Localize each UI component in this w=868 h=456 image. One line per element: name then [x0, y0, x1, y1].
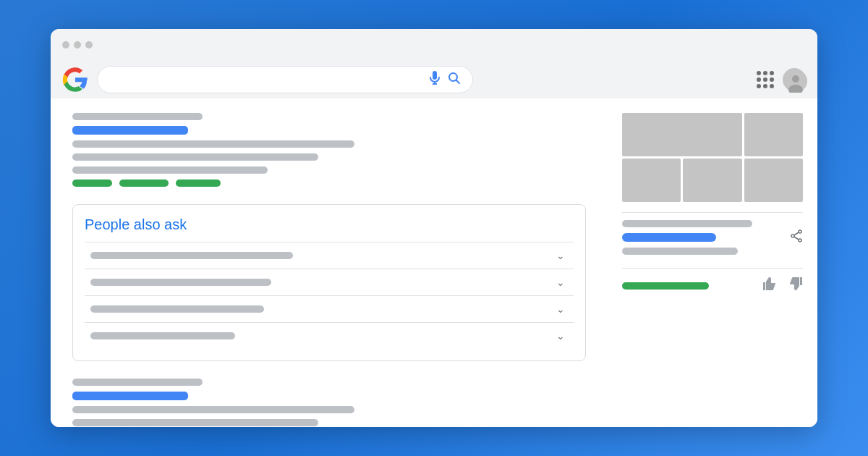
result-desc-bar-1 [72, 140, 354, 148]
paa-item-1[interactable]: ⌄ [85, 242, 574, 269]
paa-question-bar-3 [90, 305, 264, 313]
image-cell-3 [622, 159, 681, 202]
result-url-bar-2 [72, 379, 203, 386]
svg-line-4 [456, 80, 460, 84]
result-tags [72, 180, 586, 187]
title-bar [51, 29, 817, 61]
main-content: People also ask ⌄ ⌄ ⌄ ⌄ [51, 98, 608, 427]
google-logo-icon [62, 67, 88, 93]
image-grid [622, 113, 803, 202]
chevron-down-icon-2: ⌄ [556, 276, 568, 288]
image-cell-4 [683, 159, 741, 202]
sidebar-content [608, 98, 817, 427]
image-cell-2 [744, 113, 803, 156]
image-cell-1 [622, 113, 742, 156]
svg-point-8 [799, 230, 801, 233]
search-bar[interactable] [97, 66, 473, 93]
dot-2 [74, 41, 81, 48]
thumbs-container [762, 276, 803, 295]
content-area: People also ask ⌄ ⌄ ⌄ ⌄ [51, 98, 817, 427]
mic-icon[interactable] [429, 71, 441, 88]
dot-3 [85, 41, 93, 48]
paa-question-bar-2 [90, 279, 271, 286]
search-result-1 [72, 113, 586, 187]
sidebar-subtitle-bar [622, 233, 716, 242]
svg-line-11 [794, 232, 799, 235]
share-row [622, 220, 803, 255]
browser-window: People also ask ⌄ ⌄ ⌄ ⌄ [51, 29, 817, 427]
sidebar-info-block [622, 212, 803, 268]
user-avatar[interactable] [783, 68, 806, 91]
result-title-bar-2 [72, 392, 188, 400]
search-icon[interactable] [448, 72, 461, 88]
result-desc-bar-3 [72, 166, 268, 174]
thumbs-down-icon[interactable] [787, 276, 803, 295]
dot-1 [62, 41, 69, 48]
thumbs-up-icon[interactable] [762, 276, 778, 295]
people-also-ask-box: People also ask ⌄ ⌄ ⌄ ⌄ [72, 204, 586, 361]
svg-line-12 [794, 237, 799, 240]
svg-point-9 [799, 239, 801, 242]
chevron-down-icon-1: ⌄ [556, 250, 568, 261]
result-desc-bar-2-2 [72, 419, 318, 426]
apps-icon[interactable] [757, 71, 774, 88]
result-url-bar [72, 113, 203, 120]
image-cell-5 [744, 159, 803, 202]
svg-rect-0 [433, 71, 437, 80]
result-desc-bar-2-1 [72, 406, 354, 413]
result-desc-bar-2 [72, 153, 318, 161]
svg-point-10 [791, 235, 794, 237]
rating-bar [622, 282, 709, 290]
paa-item-2[interactable]: ⌄ [85, 269, 574, 295]
tag-1 [72, 180, 112, 187]
tag-2 [119, 180, 169, 187]
window-controls [62, 41, 93, 48]
paa-question-bar-1 [90, 252, 293, 259]
chevron-down-icon-4: ⌄ [556, 330, 568, 342]
share-icon[interactable] [790, 229, 803, 246]
paa-item-4[interactable]: ⌄ [85, 322, 574, 349]
sidebar-title-bar [622, 220, 752, 227]
nav-right [757, 68, 806, 91]
tag-3 [176, 180, 221, 187]
paa-question-bar-4 [90, 332, 235, 339]
svg-point-6 [792, 75, 799, 83]
search-input[interactable] [109, 67, 422, 93]
rating-row [622, 268, 803, 303]
paa-title: People also ask [85, 216, 574, 233]
search-result-2 [72, 379, 586, 427]
sidebar-desc-bar [622, 248, 738, 255]
chevron-down-icon-3: ⌄ [556, 303, 568, 315]
paa-item-3[interactable]: ⌄ [85, 295, 574, 322]
result-title-bar [72, 126, 188, 135]
nav-bar [51, 61, 817, 98]
